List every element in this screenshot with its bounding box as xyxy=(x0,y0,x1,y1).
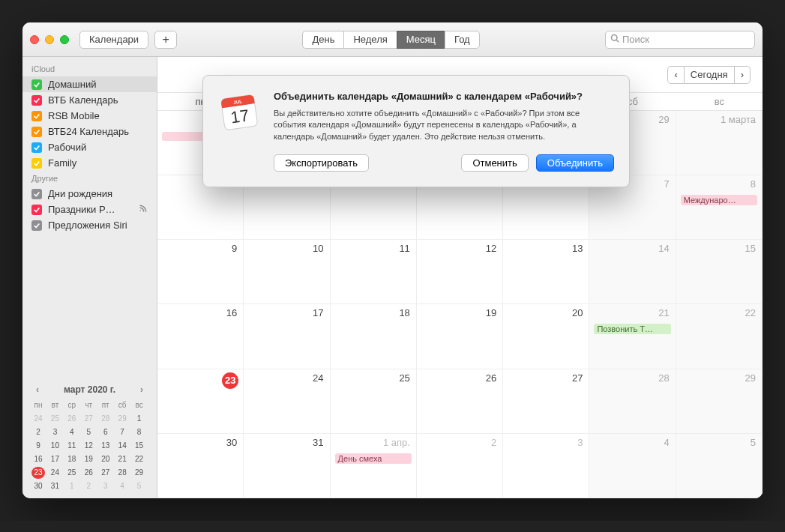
day-cell[interactable]: 19 xyxy=(417,304,503,369)
calendar-checkbox-icon[interactable] xyxy=(31,142,42,153)
sidebar-calendar-item[interactable]: RSB Mobile xyxy=(22,108,157,124)
sidebar-calendar-item[interactable]: Предложения Siri xyxy=(22,217,157,233)
mini-day[interactable]: 24 xyxy=(48,467,61,479)
close-icon[interactable] xyxy=(30,35,39,44)
mini-day[interactable]: 4 xyxy=(115,480,129,492)
day-cell[interactable]: 11 xyxy=(331,240,417,304)
day-cell[interactable]: 8Междунаро… xyxy=(676,175,763,240)
day-cell[interactable]: 29 xyxy=(676,369,763,434)
mini-day[interactable]: 3 xyxy=(99,480,112,492)
day-cell[interactable]: 23 xyxy=(157,369,244,434)
mini-day[interactable]: 8 xyxy=(133,426,146,438)
event-pill[interactable]: Междунаро… xyxy=(681,195,757,205)
mini-day[interactable]: 20 xyxy=(99,453,112,465)
mini-day[interactable]: 31 xyxy=(48,480,61,492)
mini-prev[interactable]: ‹ xyxy=(31,384,43,395)
mini-day[interactable]: 24 xyxy=(31,413,45,425)
mini-day[interactable]: 10 xyxy=(48,440,61,452)
mini-day[interactable]: 3 xyxy=(48,426,61,438)
day-cell[interactable]: 28 xyxy=(589,369,676,434)
event-pill[interactable] xyxy=(162,132,208,141)
sidebar-calendar-item[interactable]: Дни рождения xyxy=(22,186,157,202)
event-pill[interactable]: День смеха xyxy=(335,453,412,464)
day-cell[interactable]: 3 xyxy=(503,434,589,498)
calendar-checkbox-icon[interactable] xyxy=(31,220,42,231)
day-cell[interactable]: 5 xyxy=(676,434,763,498)
calendar-checkbox-icon[interactable] xyxy=(31,158,42,169)
sidebar-calendar-item[interactable]: ВТБ24 Календарь xyxy=(22,124,157,139)
day-cell[interactable]: 16 xyxy=(157,304,244,369)
mini-day[interactable]: 30 xyxy=(31,480,45,492)
merge-button[interactable]: Объединить xyxy=(536,154,614,172)
day-cell[interactable]: 25 xyxy=(331,369,417,434)
mini-day[interactable]: 16 xyxy=(31,453,45,465)
mini-day[interactable]: 15 xyxy=(133,440,146,452)
prev-month-button[interactable]: ‹ xyxy=(667,66,684,84)
day-cell[interactable]: 13 xyxy=(503,240,589,304)
mini-day[interactable]: 6 xyxy=(99,426,112,438)
day-cell[interactable]: 27 xyxy=(503,369,589,434)
minimize-icon[interactable] xyxy=(45,35,54,44)
mini-day[interactable]: 4 xyxy=(65,426,79,438)
mini-day[interactable]: 19 xyxy=(82,453,95,465)
mini-day[interactable]: 2 xyxy=(31,426,45,438)
mini-next[interactable]: › xyxy=(136,384,148,395)
calendar-checkbox-icon[interactable] xyxy=(31,127,42,137)
sidebar-calendar-item[interactable]: Домашний xyxy=(22,76,157,92)
export-button[interactable]: Экспортировать xyxy=(274,154,369,172)
search-input[interactable]: Поиск xyxy=(605,31,755,49)
mini-day[interactable]: 28 xyxy=(99,413,112,425)
day-cell[interactable]: 22 xyxy=(676,304,763,369)
mini-day[interactable]: 26 xyxy=(82,467,95,479)
mini-day[interactable]: 22 xyxy=(133,453,146,465)
day-cell[interactable]: 24 xyxy=(244,369,330,434)
view-week[interactable]: Неделя xyxy=(343,31,396,49)
calendar-checkbox-icon[interactable] xyxy=(31,205,42,215)
day-cell[interactable]: 26 xyxy=(417,369,503,434)
mini-day[interactable]: 25 xyxy=(65,467,79,479)
mini-day[interactable]: 29 xyxy=(115,413,129,425)
sidebar-calendar-item[interactable]: ВТБ Календарь xyxy=(22,92,157,108)
mini-day[interactable]: 11 xyxy=(65,440,79,452)
sidebar-calendar-item[interactable]: Рабочий xyxy=(22,139,157,155)
mini-day[interactable]: 21 xyxy=(115,453,129,465)
mini-day[interactable]: 5 xyxy=(133,480,146,492)
mini-day[interactable]: 18 xyxy=(65,453,79,465)
mini-day[interactable]: 5 xyxy=(82,426,95,438)
day-cell[interactable]: 2 xyxy=(417,434,503,498)
day-cell[interactable]: 15 xyxy=(676,240,763,304)
mini-day[interactable]: 28 xyxy=(115,467,129,479)
day-cell[interactable]: 1 апр.День смеха xyxy=(331,434,417,498)
day-cell[interactable]: 30 xyxy=(157,434,244,498)
sidebar-calendar-item[interactable]: Праздники Р… xyxy=(22,202,157,217)
event-pill[interactable]: Позвонить Т… xyxy=(594,324,670,334)
mini-day[interactable]: 17 xyxy=(48,453,61,465)
mini-day[interactable]: 9 xyxy=(31,440,45,452)
day-cell[interactable]: 31 xyxy=(244,434,330,498)
mini-day[interactable]: 7 xyxy=(115,426,129,438)
day-cell[interactable]: 21Позвонить Т… xyxy=(589,304,676,369)
mini-day[interactable]: 13 xyxy=(99,440,112,452)
cancel-button[interactable]: Отменить xyxy=(461,154,528,172)
day-cell[interactable]: 17 xyxy=(244,304,330,369)
today-button[interactable]: Сегодня xyxy=(685,66,735,84)
mini-day[interactable]: 25 xyxy=(48,413,61,425)
mini-day[interactable]: 23 xyxy=(31,467,45,479)
view-day[interactable]: День xyxy=(302,31,343,49)
mini-day[interactable]: 2 xyxy=(82,480,95,492)
mini-day[interactable]: 1 xyxy=(133,413,146,425)
view-month[interactable]: Месяц xyxy=(397,31,445,49)
add-button[interactable]: + xyxy=(154,31,177,49)
mini-day[interactable]: 29 xyxy=(133,467,146,479)
day-cell[interactable]: 12 xyxy=(417,240,503,304)
fullscreen-icon[interactable] xyxy=(60,35,69,44)
mini-day[interactable]: 1 xyxy=(65,480,79,492)
next-month-button[interactable]: › xyxy=(735,66,751,84)
mini-day[interactable]: 27 xyxy=(82,413,95,425)
day-cell[interactable]: 4 xyxy=(589,434,676,498)
calendar-checkbox-icon[interactable] xyxy=(31,111,42,121)
calendars-button[interactable]: Календари xyxy=(79,31,148,49)
mini-day[interactable]: 14 xyxy=(115,440,129,452)
mini-day[interactable]: 27 xyxy=(99,467,112,479)
day-cell[interactable]: 9 xyxy=(157,240,244,304)
